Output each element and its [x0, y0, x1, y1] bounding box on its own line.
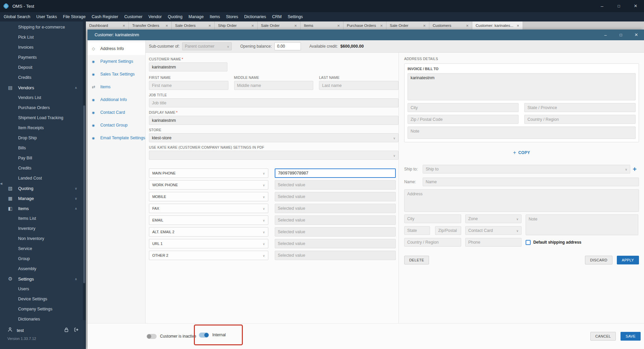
discard-button[interactable]: DISCARD — [585, 256, 612, 264]
sidebar-item[interactable]: Credits — [0, 72, 83, 83]
first-name-input[interactable] — [149, 81, 228, 90]
dialog-nav-item[interactable]: Payment Settings — [88, 55, 145, 68]
tab[interactable]: Ship Order — [215, 21, 258, 30]
ship-state-input[interactable] — [404, 226, 430, 235]
sidebar-item[interactable]: Users — [0, 284, 83, 294]
logout-icon[interactable] — [74, 327, 79, 334]
menu-item[interactable]: Vendor — [146, 13, 165, 21]
dialog-nav-item[interactable]: Address Info — [88, 42, 145, 55]
ship-zip-input[interactable] — [435, 226, 461, 235]
bill-to-state-input[interactable] — [524, 103, 636, 112]
middle-name-input[interactable] — [234, 81, 314, 90]
sidebar-item[interactable]: Items List — [0, 213, 83, 223]
menu-item[interactable]: Settings — [285, 13, 306, 21]
dialog-nav-item[interactable]: Email Template Settings — [88, 132, 145, 144]
menu-item[interactable]: File Storage — [60, 13, 89, 21]
tab[interactable]: Customer: karinates... — [472, 21, 523, 30]
sidebar-item[interactable]: Shipment Load Tracking — [0, 113, 83, 123]
sidebar-item[interactable]: Payments — [0, 52, 83, 62]
contact-value-input[interactable] — [275, 215, 396, 225]
sidebar-item[interactable]: Manage — [0, 193, 83, 203]
contact-value-input[interactable] — [275, 239, 396, 248]
tab[interactable]: Purchase Orders — [343, 21, 386, 30]
menu-item[interactable]: User Tasks — [33, 13, 60, 21]
contact-type-select[interactable]: FAX — [149, 204, 268, 213]
menu-item[interactable]: Global Search — [1, 13, 33, 21]
menu-item[interactable]: CRM — [269, 13, 284, 21]
contact-value-input[interactable] — [275, 251, 396, 260]
sidebar-item[interactable]: Invoices — [0, 42, 83, 52]
dialog-nav-item[interactable]: Items — [88, 81, 145, 93]
bill-to-address-textarea[interactable]: karinatestnm — [408, 73, 636, 100]
menu-item[interactable]: Cash Register — [89, 13, 121, 21]
menu-item[interactable]: Stores — [223, 13, 241, 21]
menu-item[interactable]: Customer — [121, 13, 145, 21]
dialog-close-button[interactable] — [629, 30, 644, 40]
customer-name-input[interactable] — [149, 62, 227, 71]
dialog-nav-item[interactable]: Contact Card — [88, 106, 145, 119]
menu-item[interactable]: Manage — [185, 13, 207, 21]
sidebar-item[interactable]: Landed Cost — [0, 173, 83, 183]
contact-type-select[interactable]: MAIN PHONE — [149, 168, 268, 178]
sidebar-item[interactable]: Vendors — [0, 83, 83, 93]
contact-value-input[interactable] — [275, 204, 396, 213]
apply-button[interactable]: APPLY — [617, 256, 639, 264]
sidebar-item[interactable]: Vendors List — [0, 93, 83, 103]
sidebar-item[interactable]: Company Settings — [0, 304, 83, 314]
cancel-button[interactable]: CANCEL — [590, 332, 616, 341]
sidebar-item[interactable]: Inventory — [0, 223, 83, 234]
sidebar-item[interactable]: Item Receipts — [0, 123, 83, 133]
contact-value-input[interactable] — [275, 168, 396, 178]
ship-city-input[interactable] — [404, 214, 461, 223]
tab[interactable]: Dashboard — [86, 21, 129, 30]
save-button[interactable]: SAVE — [621, 332, 641, 341]
tab-close-icon[interactable] — [420, 23, 426, 28]
contact-type-select[interactable]: WORK PHONE — [149, 180, 268, 190]
dialog-restore-button[interactable] — [613, 30, 629, 40]
ship-to-select[interactable]: Ship to — [423, 165, 630, 173]
tab-close-icon[interactable] — [463, 23, 469, 28]
ship-address-textarea[interactable] — [404, 189, 639, 212]
sidebar-item[interactable]: Purchase Orders — [0, 103, 83, 113]
sidebar-scrollbar[interactable] — [83, 21, 86, 320]
sidebar-item[interactable]: Pick List — [0, 32, 83, 42]
tab-close-icon[interactable] — [334, 23, 340, 28]
bill-to-city-input[interactable] — [408, 103, 519, 112]
bill-to-country-input[interactable] — [524, 115, 636, 124]
add-ship-to-button[interactable] — [630, 165, 639, 173]
dialog-nav-item[interactable]: Sales Tax Settings — [88, 68, 145, 81]
sidebar-collapse-arrow-icon[interactable]: ◀ — [0, 182, 2, 185]
sidebar-item[interactable]: Shipping for e-commerce — [0, 22, 83, 32]
contact-type-select[interactable]: OTHER 2 — [149, 251, 268, 260]
contact-value-input[interactable] — [275, 180, 396, 190]
ship-name-input[interactable] — [423, 178, 639, 186]
sidebar-item[interactable]: Device Settings — [0, 294, 83, 304]
ship-contact-card-select[interactable]: Contact Card — [465, 226, 522, 235]
contact-type-select[interactable]: EMAIL — [149, 215, 268, 225]
delete-button[interactable]: DELETE — [404, 256, 429, 264]
tab-close-icon[interactable] — [119, 23, 125, 28]
sidebar-item[interactable]: Bills — [0, 143, 83, 153]
tab[interactable]: Items — [301, 21, 343, 30]
tab[interactable]: Transfer Orders — [129, 21, 172, 30]
close-button[interactable] — [627, 0, 644, 12]
sidebar-item[interactable]: Deposit — [0, 62, 83, 72]
minimize-button[interactable] — [594, 0, 610, 12]
opening-balance-input[interactable] — [274, 42, 301, 50]
last-name-input[interactable] — [319, 81, 398, 90]
tab-close-icon[interactable] — [513, 23, 519, 28]
dialog-minimize-button[interactable] — [598, 30, 613, 40]
sidebar-item[interactable]: Non Inventory — [0, 234, 83, 244]
internal-toggle[interactable] — [199, 333, 209, 338]
sidebar-item[interactable]: Group — [0, 254, 83, 264]
contact-value-input[interactable] — [275, 227, 396, 237]
tab[interactable]: Customers — [429, 21, 472, 30]
tab[interactable]: Sale Order — [258, 21, 301, 30]
menu-item[interactable]: Quoting — [165, 13, 185, 21]
sidebar-scrollbar-thumb[interactable] — [83, 105, 85, 283]
sidebar-item[interactable]: Service — [0, 244, 83, 254]
bill-to-zip-input[interactable] — [408, 115, 519, 124]
ship-phone-input[interactable] — [465, 238, 522, 247]
ship-note-textarea[interactable] — [526, 214, 638, 235]
sidebar-item[interactable]: Pay Bill — [0, 153, 83, 163]
